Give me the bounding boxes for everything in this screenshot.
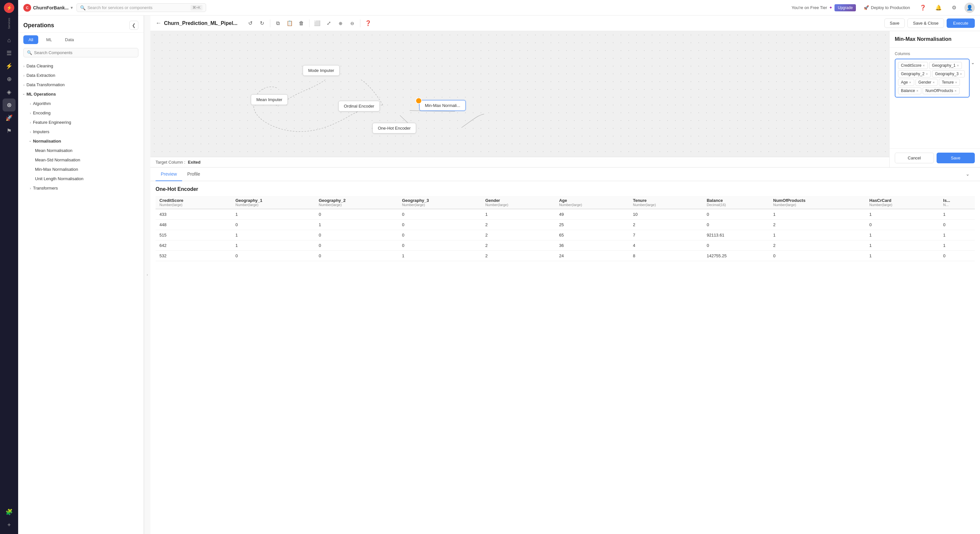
sidebar-item-mean-std-normalisation[interactable]: Mean-Std Normalisation	[18, 155, 143, 165]
columns-dropdown-button[interactable]: ⌄	[971, 60, 975, 65]
remove-geography2-button[interactable]: ×	[926, 72, 928, 76]
sidebar-item-data-cleaning[interactable]: › Data Cleaning	[18, 61, 143, 71]
tree-label: Mean-Std Normalisation	[35, 157, 80, 162]
home-icon[interactable]: ⌂	[3, 34, 16, 47]
col-header-creditscore: CreditScore Number(large)	[156, 196, 231, 209]
table-cell: 0	[398, 209, 481, 220]
bell-icon-btn[interactable]: 🔔	[933, 3, 944, 13]
paste-button[interactable]: 📋	[285, 18, 295, 29]
user-avatar[interactable]: 👤	[964, 3, 975, 13]
execute-button[interactable]: Execute	[947, 19, 975, 28]
table-cell: 1	[769, 230, 865, 240]
tab-data[interactable]: Data	[60, 35, 79, 44]
chevron-right-icon: ›	[30, 111, 31, 115]
one-hot-encoder-node[interactable]: One-Hot Encoder	[372, 123, 416, 134]
lightning-icon[interactable]: ⚡	[3, 60, 16, 73]
mode-imputer-node[interactable]: Mode Imputer	[303, 65, 340, 76]
sidebar-item-imputers[interactable]: › Imputers	[18, 127, 143, 137]
upgrade-button[interactable]: Upgrade	[835, 4, 856, 11]
frame-button[interactable]: ⬜	[312, 18, 323, 29]
table-row: 44801022520200	[156, 220, 975, 230]
undo-button[interactable]: ↺	[245, 18, 256, 29]
sidebar-item-ml-operations[interactable]: › ML Operations	[18, 89, 143, 99]
sidebar-item-data-extraction[interactable]: › Data Extraction	[18, 71, 143, 80]
remove-age-button[interactable]: ×	[909, 80, 911, 84]
app-chevron-icon[interactable]: ▾	[71, 5, 73, 10]
zoom-out-button[interactable]: ⊖	[347, 18, 358, 29]
pipeline-canvas[interactable]: Mode Imputer Mean Imputer Ordinal Encode…	[150, 31, 889, 167]
sidebar-item-normalisation[interactable]: › Normalisation	[18, 137, 143, 146]
table-cell: 2	[481, 251, 555, 261]
help-icon-btn[interactable]: ❓	[918, 3, 928, 13]
sidebar-item-algorithm[interactable]: › Algorithm	[18, 99, 143, 108]
cancel-button[interactable]: Cancel	[895, 153, 934, 163]
global-search[interactable]: 🔍 Search for services or components ⌘+K	[76, 3, 206, 12]
sidebar-search-container[interactable]: 🔍	[23, 48, 138, 57]
stack-icon[interactable]: ☰	[3, 47, 16, 60]
preview-panel: Preview Profile ⌄ One-Hot Encoder Credit…	[150, 167, 980, 534]
save-close-button[interactable]: Save & Close	[907, 19, 944, 28]
rocket-icon[interactable]: 🚀	[3, 111, 16, 124]
flow-icon[interactable]: ⊕	[3, 73, 16, 86]
sidebar-item-feature-engineering[interactable]: › Feature Engineering	[18, 118, 143, 127]
copy-button[interactable]: ⧉	[273, 18, 283, 29]
save-button[interactable]: Save	[885, 19, 905, 28]
tree-label: Mean Normalisation	[35, 148, 73, 153]
table-cell: 0	[315, 209, 398, 220]
search-placeholder: Search for services or components	[88, 5, 189, 10]
table-cell: 2	[629, 220, 703, 230]
right-panel-footer: Cancel Save	[889, 148, 980, 167]
sidebar-search-input[interactable]	[34, 50, 135, 55]
help-button[interactable]: ❓	[363, 18, 373, 29]
sidebar-item-encoding[interactable]: › Encoding	[18, 108, 143, 118]
sidebar-item-mean-normalisation[interactable]: Mean Normalisation	[18, 146, 143, 155]
flag-icon[interactable]: ⚑	[3, 124, 16, 137]
delete-button[interactable]: 🗑	[296, 18, 307, 29]
tab-preview[interactable]: Preview	[156, 167, 182, 181]
remove-creditscore-button[interactable]: ×	[923, 64, 924, 67]
sidebar-item-unit-length-normalisation[interactable]: Unit Length Normalisation	[18, 174, 143, 183]
save-panel-button[interactable]: Save	[937, 153, 975, 163]
col-header-is: Is... N...	[939, 196, 975, 209]
sidebar-item-transformers[interactable]: › Transformers	[18, 183, 143, 193]
sidebar-collapse-button[interactable]: ❮	[129, 21, 138, 30]
table-cell: 1	[231, 209, 315, 220]
deploy-button[interactable]: 🚀 Deploy to Production	[861, 4, 913, 11]
app-logo[interactable]: ⚡	[4, 3, 14, 13]
chevron-right-icon: ›	[30, 186, 31, 190]
table-cell: 1	[865, 209, 940, 220]
pipeline-icon[interactable]: ⊛	[3, 99, 16, 111]
mean-imputer-node[interactable]: Mean Imputer	[251, 94, 288, 105]
table-cell: 65	[555, 230, 629, 240]
column-name: Geography_1	[932, 63, 956, 68]
remove-tenure-button[interactable]: ×	[955, 80, 957, 84]
zoom-in-button[interactable]: ⊕	[336, 18, 346, 29]
remove-numofproducts-button[interactable]: ×	[955, 89, 956, 93]
columns-container[interactable]: CreditScore × Geography_1 × Geography_2 …	[895, 59, 970, 97]
preview-expand-button[interactable]: ⌄	[961, 167, 975, 181]
gear-icon-btn[interactable]: ⚙	[949, 3, 959, 13]
tab-all[interactable]: All	[23, 35, 38, 44]
tab-profile[interactable]: Profile	[182, 167, 205, 181]
redo-button[interactable]: ↻	[257, 18, 267, 29]
columns-section: Columns CreditScore × Geography_1 ×	[889, 48, 980, 102]
sidebar-item-data-transformation[interactable]: › Data Transformation	[18, 80, 143, 89]
app-title[interactable]: C ChurnForBank... ▾	[23, 4, 73, 12]
ordinal-encoder-node[interactable]: Ordinal Encoder	[338, 101, 380, 111]
remove-balance-button[interactable]: ×	[916, 89, 918, 93]
app-name: ChurnForBank...	[33, 5, 69, 10]
remove-geography1-button[interactable]: ×	[957, 64, 959, 67]
sidebar-item-min-max-normalisation[interactable]: Min-Max Normalisation	[18, 165, 143, 174]
graph-icon[interactable]: ◈	[3, 86, 16, 99]
remove-geography3-button[interactable]: ×	[960, 72, 962, 76]
add-icon[interactable]: +	[3, 518, 16, 531]
min-max-node[interactable]: Min-Max Normali...	[419, 100, 466, 111]
sidebar-collapse-handle[interactable]: ›	[144, 16, 150, 534]
services-label[interactable]: Services	[3, 17, 16, 30]
back-button[interactable]: ←	[156, 20, 161, 27]
puzzle-icon[interactable]: 🧩	[3, 505, 16, 518]
tab-ml[interactable]: ML	[41, 35, 57, 44]
workspace: Operations ❮ All ML Data 🔍 › Data Cleani…	[18, 16, 980, 534]
expand-button[interactable]: ⤢	[324, 18, 334, 29]
remove-gender-button[interactable]: ×	[933, 80, 935, 84]
